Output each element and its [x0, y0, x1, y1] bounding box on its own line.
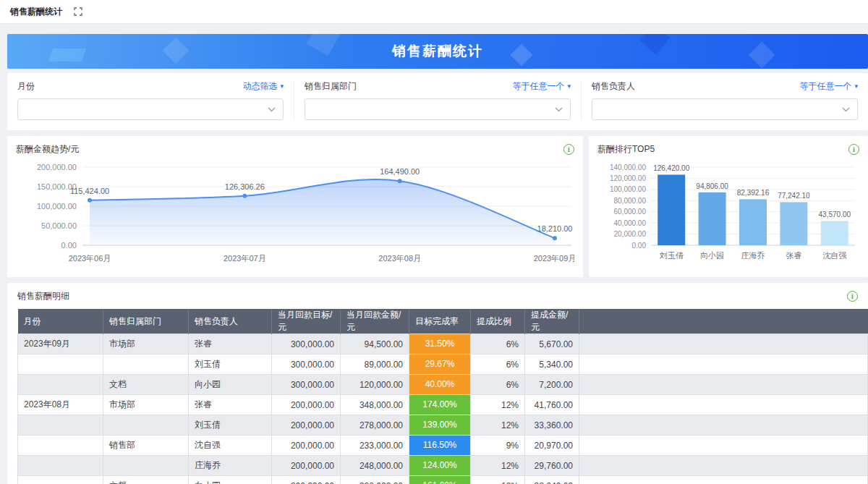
filter-department-label: 销售归属部门 — [305, 80, 357, 93]
td-person: 张睿 — [189, 395, 272, 415]
caret-down-icon: ▾ — [280, 83, 284, 90]
svg-text:100,000.00: 100,000.00 — [37, 202, 77, 211]
td-commission: 29,760.00 — [525, 456, 579, 476]
td-target: 200,000.00 — [272, 456, 341, 476]
td-ratio: 6% — [471, 375, 525, 395]
detail-table: 月份 销售归属部门 销售负责人 当月回款目标/元 当月回款金额/元 目标完成率 … — [17, 309, 868, 484]
svg-text:82,392.16: 82,392.16 — [737, 189, 770, 197]
detail-table-title: 销售薪酬明细 — [17, 290, 69, 302]
th-rate: 目标完成率 — [409, 309, 471, 334]
table-row: 庄海乔200,000.00248,000.00124.00%12%29,760.… — [18, 456, 868, 476]
filter-department: 销售归属部门 等于任意一个▾ — [294, 80, 581, 120]
td-rate: 116.50% — [409, 436, 471, 456]
svg-text:100,000.00: 100,000.00 — [610, 185, 646, 193]
filter-month-operator[interactable]: 动态筛选▾ — [242, 80, 284, 93]
td-filler — [579, 436, 868, 456]
td-ratio: 12% — [471, 415, 525, 436]
filter-month: 月份 动态筛选▾ — [7, 80, 294, 120]
svg-text:0.00: 0.00 — [61, 241, 77, 250]
td-department — [103, 456, 189, 476]
th-department: 销售归属部门 — [103, 309, 189, 334]
svg-text:94,806.00: 94,806.00 — [696, 182, 728, 190]
completion-rate-badge: 29.67% — [409, 354, 470, 374]
td-target: 200,000.00 — [272, 476, 341, 484]
trend-chart-panel: 薪酬金额趋势/元 i 0.0050,000.00100,000.00150,00… — [7, 136, 583, 277]
info-icon[interactable]: i — [563, 144, 574, 155]
svg-text:60,000.00: 60,000.00 — [614, 208, 647, 216]
table-header-row: 月份 销售归属部门 销售负责人 当月回款目标/元 当月回款金额/元 目标完成率 … — [18, 309, 868, 334]
td-filler — [579, 456, 868, 476]
td-department — [103, 354, 189, 375]
chevron-down-icon — [842, 107, 850, 112]
td-commission: 5,340.00 — [525, 354, 579, 375]
info-icon[interactable]: i — [847, 291, 858, 302]
td-person: 庄海乔 — [189, 456, 272, 476]
td-person: 刘玉倩 — [189, 354, 272, 375]
month-select[interactable] — [17, 98, 284, 120]
table-row: 刘玉倩200,000.00278,000.00139.00%12%33,360.… — [18, 415, 868, 436]
td-month — [18, 415, 103, 436]
filter-salesperson-operator[interactable]: 等于任意一个▾ — [799, 80, 858, 93]
info-icon[interactable]: i — [848, 144, 859, 155]
td-target: 300,000.00 — [272, 354, 341, 375]
td-rate: 40.00% — [409, 375, 471, 395]
dashboard-canvas: 销售薪酬统计 月份 动态筛选▾ 销售归属部门 等于任意一个▾ — [0, 24, 868, 484]
detail-table-body: 2023年09月市场部张睿300,000.0094,500.0031.50%6%… — [18, 334, 868, 484]
filter-department-operator[interactable]: 等于任意一个▾ — [512, 80, 571, 93]
department-select[interactable] — [305, 98, 571, 120]
td-person: 向小园 — [189, 476, 272, 484]
banner-decoration — [307, 34, 340, 56]
svg-text:2023年06月: 2023年06月 — [69, 254, 111, 263]
tab-label: 销售薪酬统计 — [10, 7, 62, 17]
td-department: 文档 — [103, 375, 189, 395]
th-ratio: 提成比例 — [471, 309, 525, 334]
td-month: 2023年09月 — [18, 334, 103, 354]
svg-text:115,424.00: 115,424.00 — [70, 187, 109, 195]
svg-text:18,210.00: 18,210.00 — [537, 224, 573, 233]
svg-text:庄海乔: 庄海乔 — [741, 251, 765, 260]
td-department: 销售部 — [103, 436, 189, 456]
svg-text:80,000.00: 80,000.00 — [614, 197, 647, 205]
td-rate: 174.00% — [409, 395, 471, 415]
banner-decoration — [510, 43, 532, 66]
td-amount: 233,000.00 — [341, 436, 409, 456]
td-commission: 38,640.00 — [525, 476, 579, 484]
detail-table-panel: 销售薪酬明细 i 月份 销售归属部门 销售负责人 当月回款目标/元 当月回款金额… — [7, 283, 868, 484]
salesperson-select[interactable] — [592, 98, 858, 120]
td-rate: 139.00% — [409, 415, 471, 436]
td-month — [18, 456, 103, 476]
fullscreen-icon[interactable] — [74, 7, 82, 16]
td-amount: 120,000.00 — [341, 375, 409, 395]
svg-text:张睿: 张睿 — [786, 251, 801, 260]
banner-decoration — [749, 42, 775, 69]
td-filler — [579, 415, 868, 436]
caret-down-icon: ▾ — [854, 83, 858, 90]
th-month: 月份 — [18, 309, 103, 334]
td-amount: 89,000.00 — [341, 354, 409, 375]
svg-text:120,000.00: 120,000.00 — [610, 174, 646, 182]
filter-salesperson: 销售负责人 等于任意一个▾ — [581, 80, 868, 120]
td-person: 向小园 — [189, 375, 272, 395]
svg-text:126,420.00: 126,420.00 — [653, 164, 689, 172]
chevron-down-icon — [268, 107, 276, 112]
td-amount: 348,000.00 — [341, 395, 409, 415]
td-rate: 31.50% — [409, 334, 471, 354]
svg-text:20,000.00: 20,000.00 — [614, 230, 647, 238]
td-ratio: 9% — [471, 436, 525, 456]
svg-text:0.00: 0.00 — [632, 242, 647, 250]
svg-text:77,242.10: 77,242.10 — [778, 192, 810, 200]
th-person: 销售负责人 — [189, 309, 272, 334]
td-target: 300,000.00 — [272, 375, 341, 395]
td-filler — [579, 375, 868, 395]
td-target: 200,000.00 — [272, 415, 341, 436]
td-amount: 94,500.00 — [341, 334, 409, 354]
td-amount: 278,000.00 — [341, 415, 409, 436]
trend-chart-title: 薪酬金额趋势/元 — [16, 143, 79, 156]
td-rate: 29.67% — [409, 354, 471, 375]
tab-sales-compensation[interactable]: 销售薪酬统计 — [10, 6, 62, 18]
td-person: 沈自强 — [189, 436, 272, 456]
filter-bar: 月份 动态筛选▾ 销售归属部门 等于任意一个▾ 销售负责人 — [7, 73, 868, 130]
svg-text:126,306.26: 126,306.26 — [225, 182, 265, 191]
completion-rate-badge: 174.00% — [409, 395, 470, 415]
svg-text:140,000.00: 140,000.00 — [610, 164, 646, 171]
